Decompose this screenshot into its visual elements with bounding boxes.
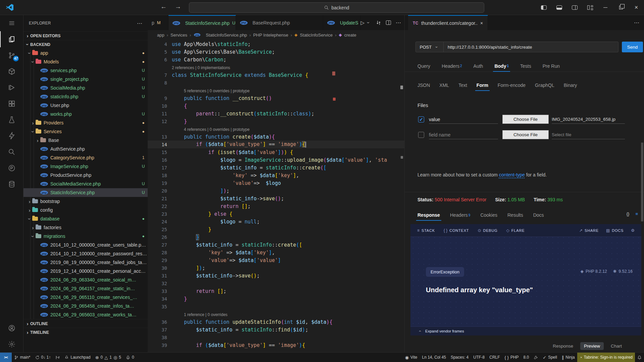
field-name-input[interactable]: field name — [429, 131, 498, 139]
code-line[interactable]: 7class StaticInfoService extends BaseSer… — [148, 71, 404, 79]
timeline-section[interactable]: › TIMELINE — [23, 328, 148, 337]
package-explorer-icon[interactable] — [0, 63, 23, 80]
ignition-share-button[interactable]: ↗SHARE — [579, 228, 599, 233]
launchpad-item[interactable]: Launchpad — [62, 353, 93, 362]
nav-forward-button[interactable]: → — [175, 3, 181, 10]
code-area[interactable]: 4use App\Models\staticInfo;5use App\Serv… — [148, 40, 404, 352]
resp-tab-headers[interactable]: Headers9 — [450, 209, 470, 221]
code-line[interactable]: 39 if ($data['value_type'] == 'image'){ — [148, 341, 404, 349]
format-response-icon[interactable]: {} — [627, 211, 630, 216]
request-url-input[interactable]: http://127.0.0.1:8000/api/static_info/cr… — [443, 42, 618, 52]
code-line[interactable]: 26 } — [148, 233, 404, 241]
code-line[interactable]: 13 public function create($data){ — [148, 133, 404, 141]
send-button[interactable]: Send — [622, 42, 643, 52]
code-line[interactable]: 4use App\Models\staticInfo; — [148, 40, 404, 48]
tree-item-2024-06-29-063340-create-soical-m-[interactable]: ›php2024_06_29_063340_create_soical_m… — [23, 275, 148, 284]
remote-indicator[interactable]: >< — [0, 353, 12, 362]
split-editor-icon[interactable] — [386, 20, 391, 25]
code-line[interactable]: 21 $static_info->save(); — [148, 195, 404, 202]
editor-more-actions-icon[interactable]: ⋯ — [396, 19, 401, 26]
code-line[interactable]: 22 return []; — [148, 202, 404, 210]
tree-item-2024-06-29-065458-create-infos-ta-[interactable]: ›php2024_06_29_065458_create_infos_ta… — [23, 302, 148, 310]
toggle-primary-sidebar-button[interactable] — [536, 0, 551, 15]
tree-item-models[interactable]: ›Models● — [23, 57, 148, 66]
ignition-settings-button[interactable]: ⚙ — [631, 228, 635, 233]
tabnine-item[interactable]: ◔ Tabnine: Sign-in is required — [577, 353, 635, 362]
notifications-bell-icon[interactable] — [635, 353, 644, 362]
tree-item-2014-10-12-100000-create-password-res-[interactable]: ›php2014_10_12_100000_create_password_re… — [23, 249, 148, 258]
toggle-secondary-sidebar-button[interactable] — [567, 0, 582, 15]
codelens-row[interactable]: 5 references | 0 overrides | prototype — [148, 87, 404, 94]
code-line[interactable]: 23 } else { — [148, 210, 404, 218]
close-tab-icon[interactable]: × — [480, 20, 483, 26]
tree-item-2024-06-29-065603-create-works-ta-[interactable]: ›php2024_06_29_065603_create_works_ta… — [23, 310, 148, 319]
tree-item-user-php[interactable]: ›phpUser.php — [23, 101, 148, 110]
command-center-search[interactable]: backend — [189, 2, 484, 13]
selected-file-value[interactable]: Select file — [552, 131, 625, 139]
tree-item-socialmediaservice-php[interactable]: ›phpSocialMediaService.phpU — [23, 179, 148, 188]
ninja-item[interactable]: ∥ Ninja — [559, 353, 577, 362]
req-tab-tests[interactable]: Tests — [520, 60, 531, 72]
tree-item-2019-12-14-000001-create-personal-acc-[interactable]: ›php2019_12_14_000001_create_personal_ac… — [23, 267, 148, 275]
code-line[interactable]: 37 $static_info = staticInfo::find($id); — [148, 326, 404, 333]
http-method-select[interactable]: POST › — [415, 42, 444, 52]
open-editors-section[interactable]: › OPEN EDITORS — [23, 31, 148, 40]
explorer-icon[interactable] — [0, 31, 23, 47]
code-line[interactable]: 17 $static_info = staticInfo::create([ — [148, 164, 404, 171]
code-line[interactable]: 38 — [148, 333, 404, 341]
outline-section[interactable]: › OUTLINE — [23, 319, 148, 328]
tree-item-works-php[interactable]: ›phpworks.phpU — [23, 110, 148, 118]
code-line[interactable]: 8 — [148, 79, 404, 87]
tab-partial[interactable]: p M — [148, 15, 168, 30]
php-version-item[interactable]: 8.0 — [521, 353, 532, 362]
content-type-link[interactable]: content-type — [499, 172, 525, 177]
indentation-item[interactable]: Spaces: 4 — [448, 353, 471, 362]
req-tab-pre-run[interactable]: Pre Run — [543, 60, 560, 72]
nav-back-button[interactable]: ← — [160, 3, 167, 10]
codelens-label[interactable]: 5 references | 0 overrides | prototype — [184, 89, 250, 93]
codelens-label[interactable]: 4 references | 0 overrides | prototype — [184, 127, 250, 132]
body-tab-binary[interactable]: Binary — [564, 80, 577, 91]
tree-item-staticinfo-php[interactable]: ›phpstaticInfo.phpU — [23, 92, 148, 101]
codelens-row[interactable]: 1 reference | 0 overrides — [148, 310, 404, 318]
resp-tab-docs[interactable]: Docs — [533, 209, 544, 221]
tree-item-staticinfoservice-php[interactable]: ›phpStaticInfoService.phpU — [23, 188, 148, 197]
code-line[interactable]: 34 } — [148, 295, 404, 303]
code-line[interactable]: 12 } — [148, 117, 404, 125]
checkbox-unchecked[interactable] — [418, 132, 424, 138]
editor-more-actions-icon[interactable]: ⋯ — [634, 15, 644, 30]
tree-item-2024-06-29-064157-create-static-in-[interactable]: ›php2024_06_29_064157_create_static_in… — [23, 284, 148, 293]
tree-item-single-project-php[interactable]: ›phpsingle_project.phpU — [23, 75, 148, 84]
code-line[interactable]: 16 $logo = ImageService::upload_image($d… — [148, 156, 404, 164]
code-line[interactable]: 29 'value'=> $data['value'] — [148, 256, 404, 264]
code-line[interactable]: 10 { — [148, 102, 404, 110]
code-line[interactable]: 20 ]); — [148, 187, 404, 195]
code-line[interactable]: 24 $logo = null; — [148, 218, 404, 225]
open-changes-icon[interactable] — [376, 20, 381, 25]
tree-item-bootstrap[interactable]: ›bootstrap — [23, 197, 148, 206]
checkbox-checked[interactable]: ✓ — [418, 116, 424, 122]
eol-item[interactable]: CRLF — [487, 353, 502, 362]
tree-item-database[interactable]: ›database● — [23, 214, 148, 223]
codelens-row[interactable]: 4 references | 0 overrides | prototype — [148, 125, 404, 133]
scrollbar[interactable] — [641, 143, 643, 221]
resp-tab-cookies[interactable]: Cookies — [480, 209, 497, 221]
close-button[interactable]: × — [629, 0, 644, 15]
database-client-icon[interactable] — [0, 176, 23, 192]
selected-file-value[interactable]: IMG_20240524_202553_658.jp — [552, 115, 625, 124]
code-line[interactable]: 27 $static_info = staticInfo::create([ — [148, 241, 404, 249]
code-line[interactable]: 28 'key' => $data['key'], — [148, 249, 404, 256]
breadcrumb-services[interactable]: Services — [170, 33, 187, 38]
tree-item-2024-06-29-065110-create-services-[interactable]: ›php2024_06_29_065110_create_services_… — [23, 293, 148, 302]
expand-vendor-frames[interactable]: › Expand vendor frames — [410, 326, 641, 335]
body-tab-text[interactable]: Text — [458, 80, 467, 91]
tree-item-socialmedia-php[interactable]: ›phpSocialMedia.phpU — [23, 84, 148, 92]
toggle-panel-button[interactable] — [551, 0, 567, 15]
code-line[interactable]: 33 return []; — [148, 287, 404, 295]
breadcrumb-class[interactable]: StaticInfoService — [300, 33, 333, 38]
bottom-tab-response[interactable]: Response — [549, 342, 577, 350]
code-line[interactable]: 14 if ($data['value_type'] == 'image'){ — [148, 141, 404, 148]
breadcrumb-intelephense[interactable]: PHP Intelephense — [253, 33, 288, 38]
response-menu-icon[interactable]: ≡ — [635, 211, 638, 216]
ignition-debug-button[interactable]: ⊙DEBUG — [478, 228, 497, 233]
